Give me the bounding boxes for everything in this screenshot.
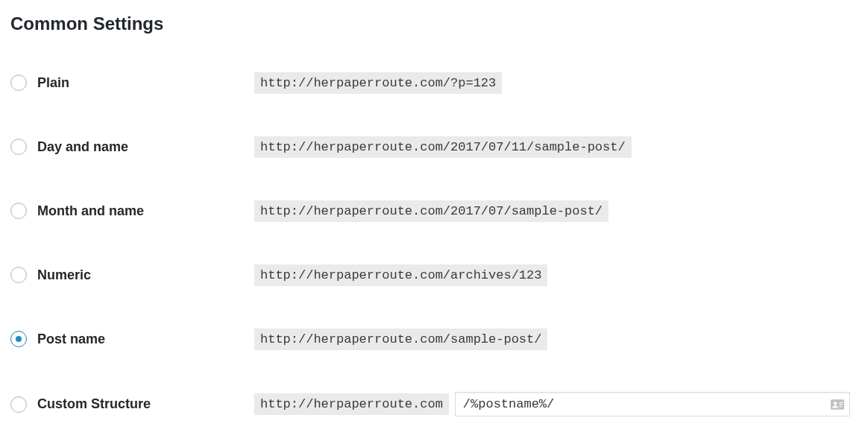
option-month-and-name[interactable]: Month and name [10,203,254,219]
option-day-and-name[interactable]: Day and name [10,139,254,155]
option-label: Month and name [37,203,144,219]
option-numeric[interactable]: Numeric [10,267,254,283]
option-row-day-and-name: Day and name http://herpaperroute.com/20… [10,136,858,158]
custom-input-wrap [455,392,850,416]
option-label: Plain [37,75,69,91]
option-label: Custom Structure [37,396,151,412]
radio-icon [10,74,27,91]
section-heading: Common Settings [10,13,858,34]
option-plain[interactable]: Plain [10,74,254,91]
radio-icon [10,139,27,155]
option-label: Post name [37,332,105,347]
option-custom-structure[interactable]: Custom Structure [10,396,254,413]
option-example: http://herpaperroute.com/sample-post/ [254,329,547,350]
custom-value-wrap: http://herpaperroute.com [254,392,858,416]
custom-structure-input[interactable] [455,392,850,416]
option-row-custom-structure: Custom Structure http://herpaperroute.co… [10,392,858,416]
radio-icon [10,331,27,347]
option-example: http://herpaperroute.com/?p=123 [254,72,502,94]
option-example-wrap: http://herpaperroute.com/2017/07/sample-… [254,200,858,222]
option-row-post-name: Post name http://herpaperroute.com/sampl… [10,328,858,350]
custom-prefix: http://herpaperroute.com [254,393,449,415]
radio-icon [10,396,27,413]
option-example-wrap: http://herpaperroute.com/sample-post/ [254,329,858,350]
option-example-wrap: http://herpaperroute.com/?p=123 [254,72,858,94]
option-example-wrap: http://herpaperroute.com/2017/07/11/samp… [254,136,858,158]
option-post-name[interactable]: Post name [10,331,254,347]
option-row-month-and-name: Month and name http://herpaperroute.com/… [10,200,858,222]
radio-icon [10,267,27,283]
option-example-wrap: http://herpaperroute.com/archives/123 [254,264,858,286]
option-example: http://herpaperroute.com/2017/07/sample-… [254,200,608,222]
option-row-plain: Plain http://herpaperroute.com/?p=123 [10,72,858,94]
option-label: Day and name [37,139,128,155]
option-label: Numeric [37,267,91,283]
option-row-numeric: Numeric http://herpaperroute.com/archive… [10,264,858,286]
radio-icon [10,203,27,219]
option-example: http://herpaperroute.com/2017/07/11/samp… [254,136,632,158]
option-example: http://herpaperroute.com/archives/123 [254,264,547,286]
